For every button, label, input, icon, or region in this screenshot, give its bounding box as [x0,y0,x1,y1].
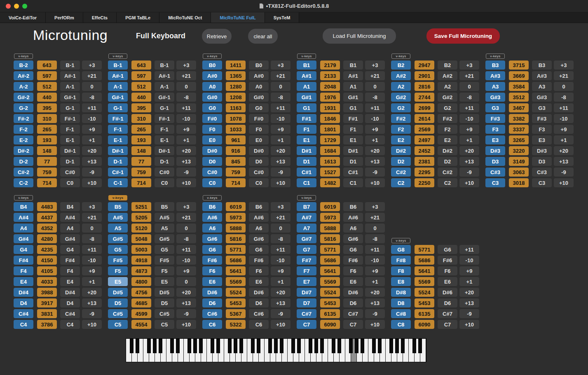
v-key-cell[interactable]: F-1 [108,125,128,134]
note-name-cell[interactable]: F4 [60,266,80,275]
v-key-cell[interactable]: G1 [297,103,316,112]
note-name-cell[interactable]: G6 [438,245,457,254]
v-key-cell[interactable]: C#5 [108,309,128,318]
tune-value-cell[interactable]: 1208 [226,93,246,102]
tune-value-cell[interactable]: 916 [226,146,246,155]
tune-value-cell[interactable]: 5641 [226,266,246,275]
v-key-cell[interactable]: A-1 [108,82,128,91]
v-key-cell[interactable]: F2 [391,125,411,134]
cent-offset-cell[interactable]: +10 [82,178,102,187]
cent-offset-cell[interactable]: +3 [271,61,290,70]
cent-offset-cell[interactable]: +21 [176,71,196,80]
v-key-cell[interactable]: A3 [485,82,505,91]
cent-offset-cell[interactable]: -9 [459,309,479,318]
note-name-cell[interactable]: F1 [343,125,363,134]
tune-value-cell[interactable]: 512 [131,82,151,91]
cent-offset-cell[interactable]: +20 [176,288,196,297]
note-name-cell[interactable]: G-1 [155,103,174,112]
note-name-cell[interactable]: F#-1 [155,114,174,123]
cent-offset-cell[interactable]: 0 [554,82,574,91]
tune-value-cell[interactable]: 2744 [415,93,434,102]
cent-offset-cell[interactable]: -9 [365,309,385,318]
cent-offset-cell[interactable]: +21 [176,213,196,222]
tune-value-cell[interactable]: 440 [131,93,151,102]
v-key-cell[interactable]: G2 [391,103,411,112]
tune-value-cell[interactable]: 265 [37,125,57,134]
tune-value-cell[interactable]: 193 [131,135,151,144]
tune-value-cell[interactable]: 961 [226,135,246,144]
tune-value-cell[interactable]: 440 [37,93,57,102]
note-name-cell[interactable]: G6 [343,245,363,254]
tune-value-cell[interactable]: 5367 [226,309,246,318]
v-key-cell[interactable]: G#5 [108,234,128,243]
note-name-cell[interactable]: C1 [343,178,363,187]
v-key-cell[interactable]: D8 [391,298,411,307]
v-key-cell[interactable]: D#-2 [14,146,33,155]
v-key-cell[interactable]: D#2 [391,146,411,155]
v-key-cell[interactable]: C8 [391,320,411,329]
cent-offset-cell[interactable]: +9 [459,125,479,134]
retrieve-button[interactable]: Retrieve [202,29,232,44]
note-name-cell[interactable]: D#-1 [155,146,174,155]
cent-offset-cell[interactable]: -10 [365,114,385,123]
cent-offset-cell[interactable]: +13 [271,157,290,166]
note-name-cell[interactable]: G2 [438,103,457,112]
note-name-cell[interactable]: D#3 [532,146,552,155]
tune-value-cell[interactable]: 3018 [509,178,529,187]
piano-black-key[interactable] [412,339,416,353]
note-name-cell[interactable]: F#6 [438,256,457,265]
v-key-cell[interactable]: B-2 [14,61,33,70]
cent-offset-cell[interactable]: -8 [82,234,102,243]
v-key-cell[interactable]: A#2 [391,71,411,80]
tune-value-cell[interactable]: 4235 [37,245,57,254]
tune-value-cell[interactable]: 6135 [415,309,434,318]
tune-value-cell[interactable]: 4554 [131,320,151,329]
cent-offset-cell[interactable]: +21 [554,71,574,80]
cent-offset-cell[interactable]: -8 [365,234,385,243]
cent-offset-cell[interactable]: +11 [271,103,290,112]
v-key-cell[interactable]: D6 [202,298,222,307]
cent-offset-cell[interactable]: -10 [554,114,574,123]
note-name-cell[interactable]: D#1 [343,146,363,155]
note-name-cell[interactable]: B6 [249,202,269,211]
v-key-cell[interactable]: E0 [202,135,222,144]
v-key-cell[interactable]: G-1 [108,103,128,112]
tune-value-cell[interactable]: 3382 [509,114,529,123]
tune-value-cell[interactable]: 77 [37,157,57,166]
v-key-cell[interactable]: C7 [297,320,316,329]
tune-value-cell[interactable]: 5973 [320,213,340,222]
tune-value-cell[interactable]: 5569 [415,277,434,286]
cent-offset-cell[interactable]: +1 [176,135,196,144]
minimize-window-button[interactable] [14,4,19,9]
note-name-cell[interactable]: D#2 [438,146,457,155]
cent-offset-cell[interactable]: +10 [554,178,574,187]
note-name-cell[interactable]: G3 [532,103,552,112]
tune-value-cell[interactable]: 4918 [131,256,151,265]
tune-value-cell[interactable]: 759 [131,168,151,177]
piano-black-key[interactable] [130,339,134,353]
piano-black-key[interactable] [257,339,260,353]
tune-value-cell[interactable]: 3512 [509,93,529,102]
cent-offset-cell[interactable]: +13 [365,298,385,307]
piano-black-key[interactable] [216,339,220,353]
v-key-cell[interactable]: F8 [391,266,411,275]
tune-value-cell[interactable]: 3337 [509,125,529,134]
tune-value-cell[interactable]: 1033 [226,125,246,134]
cent-offset-cell[interactable]: -10 [459,256,479,265]
note-name-cell[interactable]: A6 [249,224,269,233]
cent-offset-cell[interactable]: +10 [459,178,479,187]
v-key-cell[interactable]: F#2 [391,114,411,123]
note-name-cell[interactable]: F6 [438,266,457,275]
v-key-cell[interactable]: D#0 [202,146,222,155]
v-key-cell[interactable]: D4 [14,298,33,307]
cent-offset-cell[interactable]: +11 [176,245,196,254]
note-name-cell[interactable]: E-1 [60,135,80,144]
cent-offset-cell[interactable]: -9 [176,309,196,318]
tune-value-cell[interactable]: 5569 [320,277,340,286]
tune-value-cell[interactable]: 4105 [37,266,57,275]
v-key-cell[interactable]: A5 [108,224,128,233]
v-key-cell[interactable]: A#-1 [108,71,128,80]
cent-offset-cell[interactable]: +20 [271,146,290,155]
tune-value-cell[interactable]: 3220 [509,146,529,155]
cent-offset-cell[interactable]: +3 [365,61,385,70]
